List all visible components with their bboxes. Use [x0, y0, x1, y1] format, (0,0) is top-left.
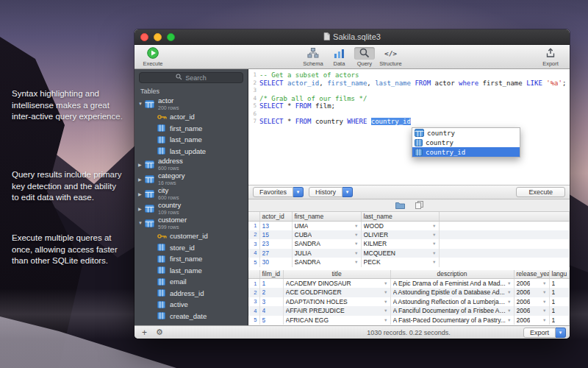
sidebar-column-active[interactable]: active	[135, 299, 248, 311]
execute-toolbar-button[interactable]: Execute	[142, 47, 164, 67]
sidebar-column-email[interactable]: email	[135, 276, 248, 288]
result-cell[interactable]: 1	[549, 279, 570, 289]
sidebar-table-address[interactable]: ▶address600 rows	[135, 157, 248, 171]
query-tab[interactable]: Query	[354, 47, 375, 67]
cell-dropdown-icon[interactable]: ▼	[384, 318, 387, 322]
cell-dropdown-icon[interactable]: ▼	[384, 300, 387, 304]
cell-dropdown-icon[interactable]: ▼	[432, 251, 436, 255]
result-cell[interactable]: 4	[259, 306, 283, 316]
result-cell[interactable]: SANDRA▼	[292, 258, 361, 267]
cell-dropdown-icon[interactable]: ▼	[354, 260, 358, 264]
sidebar-column-create_date[interactable]: create_date	[135, 311, 248, 322]
column-header-last_name[interactable]: last_name	[361, 212, 439, 221]
data-tab[interactable]: Data	[329, 47, 350, 67]
sidebar-table-category[interactable]: ▶category16 rows	[135, 171, 248, 186]
disclosure-triangle-icon[interactable]: ▶	[138, 206, 145, 211]
copy-results-icon[interactable]	[415, 199, 423, 212]
cell-dropdown-icon[interactable]: ▼	[432, 260, 436, 264]
disclosure-triangle-icon[interactable]: ▶	[138, 177, 145, 182]
autocomplete-item-country[interactable]: country	[412, 138, 520, 147]
result-cell[interactable]: 1	[549, 288, 570, 297]
cell-dropdown-icon[interactable]: ▼	[542, 300, 546, 304]
result-cell[interactable]: A Astounding Epistle of a Database Ad...…	[390, 288, 514, 297]
minimize-window-button[interactable]	[154, 33, 162, 41]
result-cell[interactable]: 13	[259, 221, 292, 230]
result-cell[interactable]: PECK▼	[361, 258, 439, 267]
cell-dropdown-icon[interactable]: ▼	[542, 290, 546, 294]
history-dropdown-arrow[interactable]: ▼	[343, 187, 353, 197]
zoom-window-button[interactable]	[167, 33, 175, 41]
result-cell[interactable]: 2006▼	[514, 297, 549, 307]
result-cell[interactable]: 2	[259, 288, 283, 297]
structure-tab[interactable]: </> Structure	[379, 47, 402, 67]
cell-dropdown-icon[interactable]: ▼	[432, 224, 436, 228]
cell-dropdown-icon[interactable]: ▼	[507, 281, 511, 286]
result-cell[interactable]: OLIVIER▼	[361, 230, 439, 240]
sidebar-table-country[interactable]: ▶country109 rows	[135, 201, 248, 216]
result-cell[interactable]: 2006▼	[514, 279, 549, 289]
sidebar-column-actor_id[interactable]: actor_id	[135, 111, 248, 123]
result-cell[interactable]: 15	[259, 230, 292, 240]
cell-dropdown-icon[interactable]: ▼	[384, 308, 387, 313]
cell-dropdown-icon[interactable]: ▼	[542, 318, 546, 322]
favorites-button[interactable]: Favorites ▼	[253, 187, 304, 197]
cell-dropdown-icon[interactable]: ▼	[432, 233, 436, 237]
cell-dropdown-icon[interactable]: ▼	[542, 308, 546, 313]
result-cell[interactable]: JULIA▼	[292, 249, 361, 258]
cell-dropdown-icon[interactable]: ▼	[432, 241, 436, 246]
result-cell[interactable]: A Fanciful Documentary of a Frisbee An..…	[390, 306, 514, 316]
export-dropdown-arrow[interactable]: ▼	[556, 328, 566, 338]
result-cell[interactable]: KILMER▼	[361, 239, 439, 249]
result-cell[interactable]: 2006▼	[514, 306, 549, 316]
cell-dropdown-icon[interactable]: ▼	[507, 300, 511, 304]
result-cell[interactable]: 1	[549, 297, 570, 307]
export-toolbar-button[interactable]: Export	[540, 47, 561, 67]
result-cell[interactable]: ACE GOLDFINGER▼	[283, 288, 390, 297]
add-button[interactable]: +	[142, 328, 147, 337]
autocomplete-item-country_id[interactable]: country_id	[412, 147, 520, 157]
result-cell[interactable]: 2006▼	[514, 316, 549, 325]
disclosure-triangle-icon[interactable]: ▶	[138, 191, 145, 197]
column-header-first_name[interactable]: first_name	[292, 212, 361, 221]
cell-dropdown-icon[interactable]: ▼	[507, 318, 511, 322]
result-cell[interactable]: 23	[259, 239, 292, 249]
result-cell[interactable]: 30	[259, 258, 292, 267]
result-cell[interactable]: MCQUEEN▼	[361, 249, 439, 258]
cell-dropdown-icon[interactable]: ▼	[354, 224, 358, 228]
sidebar-table-city[interactable]: ▶city600 rows	[135, 186, 248, 201]
cell-dropdown-icon[interactable]: ▼	[354, 241, 358, 246]
sidebar-column-customer_id[interactable]: customer_id	[135, 230, 248, 242]
result-cell[interactable]: AFFAIR PREJUDICE▼	[283, 306, 390, 316]
result-cell[interactable]: 27	[259, 249, 292, 258]
result-cell[interactable]: A Astounding Reflection of a Lumberjac..…	[390, 297, 514, 307]
column-header-film_id[interactable]: film_id	[259, 270, 283, 279]
sql-editor[interactable]: 1-- Get a subset of actors2SELECT actor_…	[248, 69, 570, 185]
cell-dropdown-icon[interactable]: ▼	[354, 251, 358, 255]
result-cell[interactable]: ACADEMY DINOSAUR▼	[283, 279, 390, 289]
result-cell[interactable]: A Fast-Paced Documentary of a Pastry...▼	[390, 316, 514, 325]
close-window-button[interactable]	[140, 33, 148, 41]
autocomplete-item-country[interactable]: country	[412, 128, 520, 138]
column-header-description[interactable]: description	[390, 270, 514, 279]
sidebar-column-first_name[interactable]: first_name	[135, 123, 248, 135]
cell-dropdown-icon[interactable]: ▼	[384, 281, 387, 286]
sidebar-column-address_id[interactable]: address_id	[135, 288, 248, 300]
result-cell[interactable]: 1	[549, 316, 570, 325]
result-cell[interactable]: 2006▼	[514, 288, 549, 297]
result-cell[interactable]: SANDRA▼	[292, 239, 361, 249]
sidebar-column-first_name[interactable]: first_name	[135, 253, 248, 265]
sidebar-column-last_name[interactable]: last_name	[135, 134, 248, 146]
column-header-langu[interactable]: langu	[549, 270, 570, 279]
result-cell[interactable]: WOOD▼	[361, 221, 439, 230]
search-input[interactable]: Search	[139, 72, 243, 83]
result-cell[interactable]: ADAPTATION HOLES▼	[283, 297, 390, 307]
column-header-actor_id[interactable]: actor_id	[259, 212, 292, 221]
cell-dropdown-icon[interactable]: ▼	[354, 233, 358, 237]
favorites-dropdown-arrow[interactable]: ▼	[293, 187, 304, 197]
sidebar-table-actor[interactable]: ▼actor200 rows	[135, 96, 248, 111]
result-cell[interactable]: 1	[549, 306, 570, 316]
column-header-release_year[interactable]: release_year	[514, 270, 549, 279]
result-cell[interactable]: A Epic Drama of a Feminist And a Mad...▼	[390, 279, 514, 289]
export-results-button[interactable]: Export ▼	[523, 328, 566, 338]
cell-dropdown-icon[interactable]: ▼	[507, 308, 511, 313]
